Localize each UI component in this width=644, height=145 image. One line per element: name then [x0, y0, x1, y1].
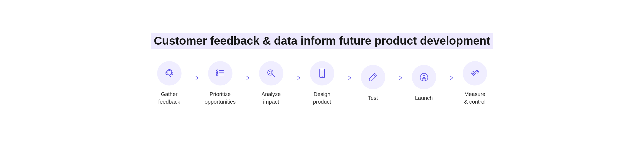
svg-point-11	[216, 72, 218, 74]
arrow-3	[287, 75, 306, 91]
svg-rect-33	[477, 70, 477, 71]
step-design-product: Designproduct	[306, 61, 338, 106]
step-launch: Launch	[408, 65, 440, 102]
step-label-test: Test	[368, 94, 378, 102]
step-icon-circle-test	[361, 65, 385, 89]
step-label-launch: Launch	[415, 94, 433, 102]
svg-rect-34	[477, 73, 477, 74]
arrow-6	[440, 75, 459, 91]
svg-point-8	[216, 70, 218, 71]
step-icon-circle-prioritize	[208, 61, 232, 85]
step-label-prioritize: Prioritizeopportunities	[205, 90, 236, 106]
arrow-1	[186, 75, 204, 91]
step-test: Test	[357, 65, 389, 102]
step-icon-circle-measure	[463, 61, 487, 85]
search-icon	[265, 67, 277, 79]
svg-point-10	[216, 74, 218, 76]
svg-rect-36	[477, 71, 478, 72]
svg-point-19	[322, 76, 322, 77]
svg-rect-29	[471, 73, 473, 74]
list-check-icon	[214, 67, 226, 79]
headset-icon	[163, 67, 175, 79]
step-icon-circle-design	[310, 61, 334, 85]
svg-rect-28	[473, 75, 474, 76]
step-label-gather-feedback: Gatherfeedback	[158, 90, 180, 106]
step-icon-circle-gather-feedback	[157, 61, 182, 85]
step-label-measure: Measure& control	[464, 90, 486, 106]
step-icon-circle-analyze	[259, 61, 283, 85]
step-label-analyze: Analyzeimpact	[261, 90, 281, 106]
step-measure-control: Measure& control	[459, 61, 491, 106]
svg-rect-30	[475, 73, 476, 74]
page-container: Customer feedback & data inform future p…	[5, 23, 639, 122]
svg-point-15	[269, 71, 272, 74]
svg-rect-27	[473, 71, 474, 72]
gear-icon	[469, 67, 481, 79]
svg-point-26	[473, 73, 474, 74]
page-title: Customer feedback & data inform future p…	[151, 33, 494, 49]
arrow-4	[338, 75, 357, 91]
step-icon-circle-launch	[412, 65, 436, 89]
step-label-design: Designproduct	[313, 90, 331, 106]
arrow-5	[389, 75, 408, 91]
title-wrapper: Customer feedback & data inform future p…	[151, 34, 494, 48]
rocket-icon	[418, 71, 430, 83]
pencil-icon	[367, 71, 379, 83]
arrow-2	[237, 75, 255, 91]
svg-point-3	[170, 76, 171, 77]
steps-row: Gatherfeedback Prioritizeo	[22, 61, 622, 106]
step-analyze-impact: Analyzeimpact	[255, 61, 287, 106]
svg-rect-35	[475, 71, 476, 72]
step-gather-feedback: Gatherfeedback	[153, 61, 186, 106]
step-prioritize-opportunities: Prioritizeopportunities	[204, 61, 237, 106]
svg-line-21	[374, 74, 376, 77]
svg-line-14	[272, 75, 275, 77]
mobile-icon	[316, 67, 328, 79]
svg-point-23	[423, 75, 425, 78]
